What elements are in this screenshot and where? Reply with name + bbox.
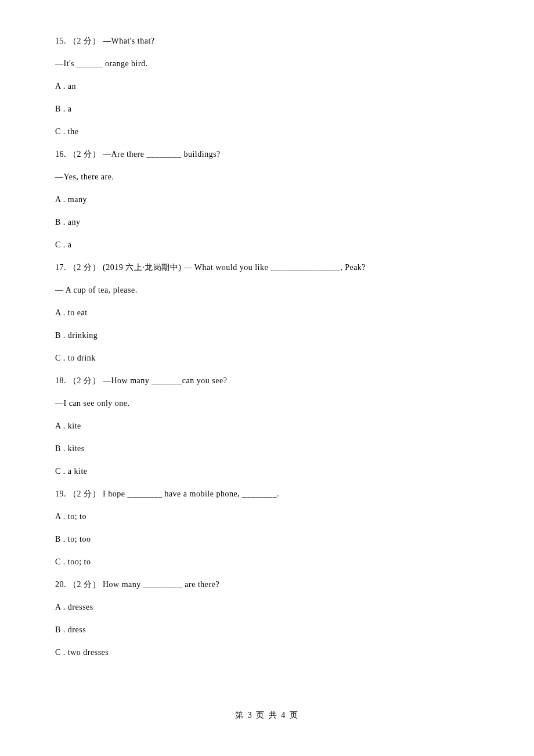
question-points: （2 分） bbox=[68, 263, 100, 272]
question-stem-text: —What's that? bbox=[100, 37, 155, 45]
question-number: 20. bbox=[55, 580, 66, 589]
option-c: C . two dresses bbox=[55, 646, 479, 658]
question-16: 16. （2 分） —Are there ________ buildings?… bbox=[55, 148, 479, 251]
question-20: 20. （2 分） How many _________ are there? … bbox=[55, 578, 479, 658]
option-a: A . an bbox=[55, 80, 479, 92]
option-c: C . a kite bbox=[55, 465, 479, 477]
question-points: （2 分） bbox=[68, 37, 100, 45]
question-number: 19. bbox=[55, 489, 66, 498]
question-number: 16. bbox=[55, 150, 66, 159]
question-points: （2 分） bbox=[68, 580, 100, 589]
question-stem-text: —How many _______can you see? bbox=[100, 376, 227, 385]
question-stem-text: —Are there ________ buildings? bbox=[100, 150, 221, 159]
question-15: 15. （2 分） —What's that? —It's ______ ora… bbox=[55, 35, 479, 138]
question-stem-line-2: —It's ______ orange bird. bbox=[55, 57, 479, 70]
option-b: B . dress bbox=[55, 624, 479, 636]
question-stem-line-2: —I can see only one. bbox=[55, 397, 479, 409]
option-b: B . to; too bbox=[55, 533, 479, 545]
question-stem-line-1: 18. （2 分） —How many _______can you see? bbox=[55, 375, 479, 387]
question-number: 17. bbox=[55, 263, 66, 272]
option-c: C . the bbox=[55, 125, 479, 138]
option-b: B . a bbox=[55, 103, 479, 115]
option-a: A . dresses bbox=[55, 601, 479, 613]
question-stem-line-1: 19. （2 分） I hope ________ have a mobile … bbox=[55, 488, 479, 500]
question-points: （2 分） bbox=[68, 150, 100, 159]
question-18: 18. （2 分） —How many _______can you see? … bbox=[55, 375, 479, 477]
option-c: C . a bbox=[55, 239, 479, 251]
question-stem-line-1: 15. （2 分） —What's that? bbox=[55, 35, 479, 47]
question-stem-line-1: 17. （2 分） (2019 六上·龙岗期中) — What would yo… bbox=[55, 261, 479, 273]
page-footer: 第 3 页 共 4 页 bbox=[0, 709, 534, 721]
option-a: A . kite bbox=[55, 420, 479, 432]
option-b: B . drinking bbox=[55, 329, 479, 341]
question-stem-line-2: —Yes, there are. bbox=[55, 171, 479, 183]
question-stem-line-1: 20. （2 分） How many _________ are there? bbox=[55, 578, 479, 591]
question-stem-text: How many _________ are there? bbox=[100, 580, 219, 589]
option-c: C . to drink bbox=[55, 352, 479, 364]
question-stem-text: — What would you like ________________, … bbox=[183, 263, 366, 272]
question-points: （2 分） bbox=[68, 376, 100, 385]
option-a: A . to; to bbox=[55, 510, 479, 523]
question-19: 19. （2 分） I hope ________ have a mobile … bbox=[55, 488, 479, 568]
option-b: B . any bbox=[55, 216, 479, 228]
question-stem-text: I hope ________ have a mobile phone, ___… bbox=[100, 489, 279, 498]
question-stem-line-1: 16. （2 分） —Are there ________ buildings? bbox=[55, 148, 479, 160]
question-17: 17. （2 分） (2019 六上·龙岗期中) — What would yo… bbox=[55, 261, 479, 364]
question-source: (2019 六上·龙岗期中) bbox=[100, 263, 183, 272]
question-number: 15. bbox=[55, 37, 66, 45]
option-b: B . kites bbox=[55, 442, 479, 455]
option-a: A . many bbox=[55, 193, 479, 206]
question-points: （2 分） bbox=[68, 489, 100, 498]
option-a: A . to eat bbox=[55, 307, 479, 319]
question-number: 18. bbox=[55, 376, 66, 385]
option-c: C . too; to bbox=[55, 556, 479, 568]
question-stem-line-2: — A cup of tea, please. bbox=[55, 284, 479, 296]
